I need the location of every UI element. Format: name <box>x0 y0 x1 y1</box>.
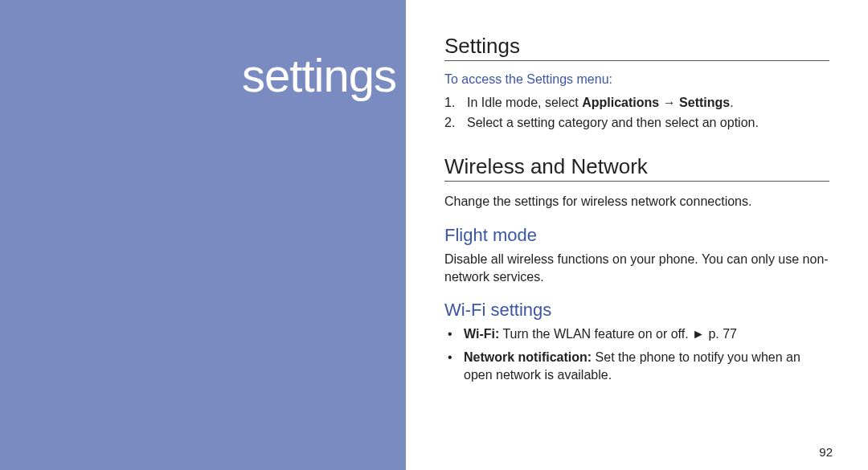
step1-arrow: → <box>659 96 679 109</box>
subheading-flight-mode: Flight mode <box>444 225 829 246</box>
step-1: In Idle mode, select Applications → Sett… <box>444 93 829 112</box>
wireless-desc: Change the settings for wireless network… <box>444 193 829 210</box>
heading-wireless: Wireless and Network <box>444 154 829 182</box>
step1-pre: In Idle mode, select <box>467 96 582 109</box>
heading-settings: Settings <box>444 34 829 61</box>
wifi-item1-label: Wi-Fi: <box>464 327 499 341</box>
sidebar-panel: settings <box>0 0 406 470</box>
page-number: 92 <box>819 445 833 459</box>
subheading-wifi-settings: Wi-Fi settings <box>444 300 829 321</box>
step1-settings: Settings <box>679 96 730 109</box>
step1-applications: Applications <box>582 96 659 109</box>
content-column: Settings To access the Settings menu: In… <box>406 0 868 470</box>
flight-mode-desc: Disable all wireless functions on your p… <box>444 251 829 285</box>
access-steps: In Idle mode, select Applications → Sett… <box>444 93 829 132</box>
wifi-item2-label: Network notification: <box>464 350 592 364</box>
chapter-title: settings <box>242 48 396 102</box>
wifi-item-1: Wi-Fi: Turn the WLAN feature on or off. … <box>444 325 829 343</box>
access-intro: To access the Settings menu: <box>444 72 829 87</box>
wifi-item1-text: Turn the WLAN feature on or off. ► p. 77 <box>499 327 737 341</box>
wifi-list: Wi-Fi: Turn the WLAN feature on or off. … <box>444 325 829 384</box>
step1-post: . <box>730 96 733 109</box>
step-2: Select a setting category and then selec… <box>444 113 829 132</box>
page: settings Settings To access the Settings… <box>0 0 868 470</box>
wifi-item-2: Network notification: Set the phone to n… <box>444 349 829 385</box>
